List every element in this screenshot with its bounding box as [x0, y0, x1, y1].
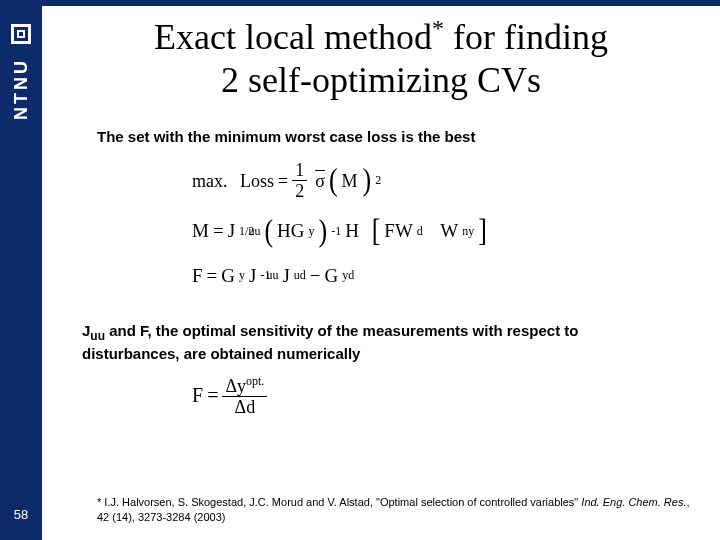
- title-part2: for finding: [444, 17, 608, 57]
- eqM-br: ]: [478, 203, 487, 259]
- juu-rest: and F, the optimal sensitivity of the me…: [82, 322, 578, 362]
- footnote-authors: I.J. Halvorsen, S. Skogestad, J.C. Morud…: [104, 496, 376, 508]
- title-part1: Exact local method: [154, 17, 432, 57]
- eqF-uu: uu: [266, 265, 278, 287]
- eqM-H: H: [345, 214, 359, 248]
- eqFb-num: Δyopt.: [222, 375, 267, 397]
- footnote-title: "Optimal selection of controlled variabl…: [376, 496, 581, 508]
- eqFb-num-sup: opt.: [246, 374, 264, 388]
- content-area: Exact local method* for finding 2 self-o…: [42, 6, 720, 540]
- eqM-lp: (: [264, 203, 273, 259]
- juu-paragraph: Juu and F, the optimal sensitivity of th…: [82, 321, 680, 364]
- eqM-d: d: [417, 221, 423, 243]
- eqM-y: y: [309, 221, 315, 243]
- eqFb-frac: Δyopt. Δd: [222, 375, 267, 416]
- eqFb-den: Δd: [232, 397, 259, 416]
- eqM-W: W: [440, 214, 458, 248]
- title-star: *: [432, 15, 444, 41]
- title-line2: 2 self-optimizing CVs: [221, 60, 541, 100]
- equation-m: M = J1/2uu ( HGy )-1 H [ FWd Wny ]: [192, 208, 720, 255]
- juu-sub: uu: [90, 329, 105, 343]
- eqF-J: J: [249, 259, 256, 293]
- frac-num: 1: [292, 161, 307, 181]
- slide: NTNU 58 Exact local method* for finding …: [0, 0, 720, 540]
- eqM-FW: FW: [384, 214, 413, 248]
- slide-number: 58: [8, 507, 34, 522]
- eqM-M: M: [192, 214, 209, 248]
- eqM-rp: ): [319, 203, 328, 259]
- eqFb-F: F: [192, 384, 203, 407]
- eqF-Jud: J: [282, 259, 289, 293]
- eqF-eq: =: [207, 259, 218, 293]
- eqF-G: G: [221, 259, 235, 293]
- eqF-y: y: [239, 265, 245, 287]
- footnote-journal: Ind. Eng. Chem. Res.: [581, 496, 686, 508]
- eq-loss-label: Loss: [240, 165, 274, 197]
- eq-sigma-bar: σ: [315, 165, 325, 197]
- eqM-bl: [: [372, 203, 381, 259]
- eq-paren-l: (: [329, 153, 338, 209]
- eqM-HG: HG: [277, 214, 304, 248]
- eqF-minus: −: [310, 259, 321, 293]
- sidebar: NTNU: [0, 6, 42, 540]
- eqM-J: J: [228, 214, 235, 248]
- eqM-ny: ny: [462, 221, 474, 243]
- eq-half-frac: 1 2: [292, 161, 307, 200]
- eq-max-label: max.: [192, 165, 228, 197]
- eqF-G2: G: [325, 259, 339, 293]
- equation-f-small: F = Gy J-1uu Jud − Gyd: [192, 259, 720, 293]
- equation-loss: max. Loss = 1 2 σ ( M ) 2 M = J1/2uu (: [192, 157, 720, 293]
- eq-paren-r: ): [363, 153, 372, 209]
- eqM-neg1: -1: [331, 221, 341, 243]
- footnote: * I.J. Halvorsen, S. Skogestad, J.C. Mor…: [97, 495, 690, 524]
- frac-den: 2: [292, 181, 307, 200]
- eqFb-num-dy: Δy: [225, 376, 246, 396]
- eqF-d: d: [348, 265, 354, 287]
- intro-text: The set with the minimum worst case loss…: [97, 128, 680, 145]
- eqFb-eq: =: [207, 384, 218, 407]
- eqF-F: F: [192, 259, 203, 293]
- sidebar-org-label: NTNU: [11, 58, 32, 120]
- ntnu-logo-icon: [11, 24, 31, 44]
- slide-title: Exact local method* for finding 2 self-o…: [72, 14, 690, 102]
- equation-f-big: F = Δyopt. Δd: [192, 375, 720, 416]
- eq-equals: =: [278, 165, 288, 197]
- eq-exp2: 2: [375, 170, 381, 192]
- eqM-uu: uu: [248, 221, 260, 243]
- eqM-eq: =: [213, 214, 224, 248]
- eqF-ud: ud: [294, 265, 306, 287]
